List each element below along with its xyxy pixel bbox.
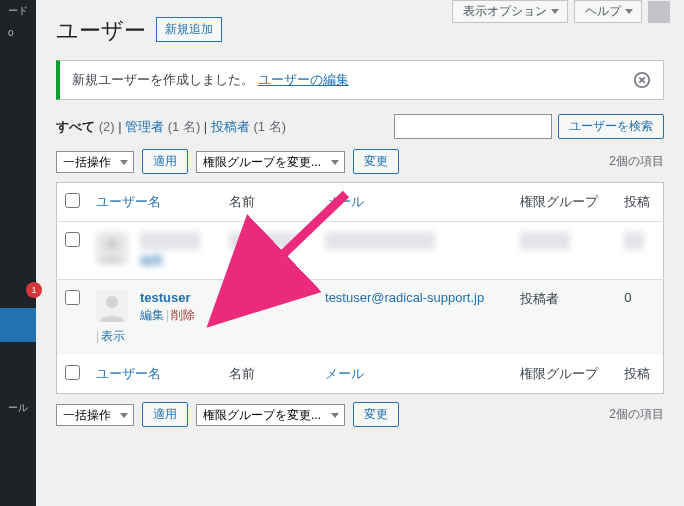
bulk-action-select-top[interactable]: 一括操作 — [56, 151, 134, 173]
row-checkbox[interactable] — [65, 232, 80, 247]
row-email-link[interactable]: testuser@radical-support.jp — [325, 290, 484, 305]
row-edit-link[interactable]: 編集 — [140, 308, 164, 322]
row-edit-link[interactable]: 編集 — [140, 253, 164, 267]
tablenav-bottom: 一括操作 適用 権限グループを変更... 変更 2個の項目 — [56, 402, 664, 427]
add-new-user-button[interactable]: 新規追加 — [156, 17, 222, 42]
admin-sidebar: ード o 1 ール — [0, 0, 36, 506]
screen-meta: 表示オプション ヘルプ — [452, 0, 670, 23]
row-username-link[interactable]: testuser — [140, 290, 195, 305]
search-input[interactable] — [394, 114, 552, 139]
table-row: 編集 — [57, 222, 664, 280]
screen-options-button[interactable]: 表示オプション — [452, 0, 568, 23]
tablenav-top: 一括操作 適用 権限グループを変更... 変更 2個の項目 — [56, 149, 664, 174]
table-row: testuser 編集|削除 |表示 — testuser@radical-su… — [57, 280, 664, 356]
main-content: 表示オプション ヘルプ ユーザー 新規追加 新規ユーザーを作成しました。 ユーザ… — [36, 0, 684, 506]
change-button-top[interactable]: 変更 — [353, 149, 399, 174]
sidebar-item-users[interactable] — [0, 308, 36, 342]
dismiss-icon[interactable] — [633, 71, 651, 89]
row-name: — — [221, 280, 317, 356]
chevron-down-icon — [551, 9, 559, 14]
role-change-select-top[interactable]: 権限グループを変更... — [196, 151, 345, 173]
col-name: 名前 — [221, 183, 317, 222]
users-table: ユーザー名 名前 メール 権限グループ 投稿 編集 — [56, 182, 664, 394]
col-username[interactable]: ユーザー名 — [96, 194, 161, 209]
profile-avatar[interactable] — [648, 1, 670, 23]
filter-contributor[interactable]: 投稿者 — [211, 119, 250, 134]
svg-point-4 — [106, 296, 118, 308]
col-role: 権限グループ — [512, 183, 617, 222]
view-filters: すべて (2) | 管理者 (1 名) | 投稿者 (1 名) — [56, 118, 286, 136]
role-change-select-bottom[interactable]: 権限グループを変更... — [196, 404, 345, 426]
row-role: 投稿者 — [512, 280, 617, 356]
item-count-bottom: 2個の項目 — [609, 406, 664, 423]
col-email[interactable]: メール — [325, 366, 364, 381]
select-all-top[interactable] — [65, 193, 80, 208]
search-box: ユーザーを検索 — [394, 114, 664, 139]
edit-user-link[interactable]: ユーザーの編集 — [258, 72, 349, 87]
chevron-down-icon — [625, 9, 633, 14]
apply-button-top[interactable]: 適用 — [142, 149, 188, 174]
notice-text: 新規ユーザーを作成しました。 ユーザーの編集 — [72, 71, 349, 89]
col-username[interactable]: ユーザー名 — [96, 366, 161, 381]
col-email[interactable]: メール — [325, 194, 364, 209]
col-posts: 投稿 — [616, 355, 663, 394]
row-delete-link[interactable]: 削除 — [171, 308, 195, 322]
apply-button-bottom[interactable]: 適用 — [142, 402, 188, 427]
item-count-top: 2個の項目 — [609, 153, 664, 170]
select-all-bottom[interactable] — [65, 365, 80, 380]
filter-all[interactable]: すべて — [56, 119, 95, 134]
page-title: ユーザー — [56, 16, 146, 46]
col-posts: 投稿 — [616, 183, 663, 222]
row-checkbox[interactable] — [65, 290, 80, 305]
search-button[interactable]: ユーザーを検索 — [558, 114, 664, 139]
change-button-bottom[interactable]: 変更 — [353, 402, 399, 427]
col-role: 権限グループ — [512, 355, 617, 394]
svg-point-2 — [106, 238, 118, 250]
sidebar-partial-tools[interactable]: ール — [0, 398, 36, 418]
sidebar-partial-dashboard[interactable]: ード — [0, 0, 36, 20]
bulk-action-select-bottom[interactable]: 一括操作 — [56, 404, 134, 426]
sidebar-item-posts[interactable]: o — [0, 20, 36, 44]
user-avatar — [96, 232, 128, 264]
filter-admin[interactable]: 管理者 — [125, 119, 164, 134]
success-notice: 新規ユーザーを作成しました。 ユーザーの編集 — [56, 60, 664, 100]
row-view-link[interactable]: 表示 — [101, 329, 125, 343]
row-posts: 0 — [616, 280, 663, 356]
help-button[interactable]: ヘルプ — [574, 0, 642, 23]
sidebar-item-updates[interactable]: 1 — [0, 274, 36, 308]
col-name: 名前 — [221, 355, 317, 394]
user-avatar — [96, 290, 128, 322]
